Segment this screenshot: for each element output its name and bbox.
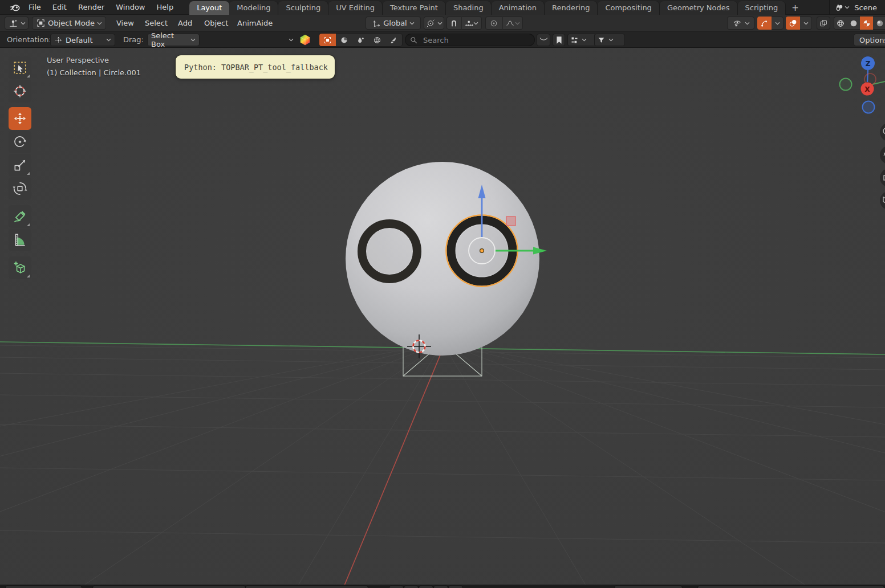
menu-edit[interactable]: Edit [47, 0, 72, 15]
menu-animaide[interactable]: AnimAide [233, 15, 277, 31]
snap-toggle[interactable] [446, 17, 461, 30]
statusbar-button[interactable] [615, 586, 682, 588]
tool-move[interactable] [9, 107, 31, 130]
statusbar-button[interactable] [246, 586, 368, 588]
tool-measure[interactable] [9, 228, 31, 251]
menu-view[interactable]: View [112, 15, 139, 31]
axis-navigation-gizmo[interactable]: Z X [805, 48, 885, 122]
menu-help[interactable]: Help [151, 0, 180, 15]
scene-selector[interactable]: Scene [829, 0, 885, 15]
tool-scale[interactable] [9, 154, 31, 177]
playback-button[interactable] [419, 586, 433, 588]
tab-uv-editing[interactable]: UV Editing [328, 1, 383, 15]
filter-matcap-toggle[interactable] [336, 34, 352, 46]
chevron-down-icon [437, 22, 442, 25]
playback-button[interactable] [404, 586, 418, 588]
tooltip-text: Python: TOPBAR_PT_tool_fallback [184, 63, 328, 72]
proportional-edit-toggle[interactable] [485, 17, 502, 30]
gizmos-dropdown[interactable] [772, 17, 783, 30]
tool-add-cube[interactable] [9, 256, 31, 279]
tab-scripting[interactable]: Scripting [738, 1, 786, 15]
display-mode-dropdown[interactable] [567, 34, 597, 46]
filter-object-toggle[interactable] [319, 34, 336, 46]
tab-sculpting[interactable]: Sculpting [278, 1, 328, 15]
menu-select[interactable]: Select [140, 15, 172, 31]
tool-transform[interactable] [9, 177, 31, 200]
show-gizmos-toggle[interactable] [757, 17, 772, 30]
viewport-3d[interactable]: User Perspective (1) Collection | Circle… [0, 48, 885, 585]
filter-world-toggle[interactable] [369, 34, 385, 46]
filter-dropdown[interactable] [594, 34, 625, 46]
bookmark-button[interactable] [553, 34, 565, 46]
chevron-down-icon [582, 38, 587, 42]
falloff-dropdown[interactable] [502, 17, 523, 30]
magnet-icon [449, 19, 458, 28]
tab-rendering[interactable]: Rendering [545, 1, 598, 15]
pivot-point-dropdown[interactable] [424, 17, 444, 30]
tab-texture-paint[interactable]: Texture Paint [383, 1, 446, 15]
menu-add[interactable]: Add [173, 15, 197, 31]
proportional-circle-icon [489, 19, 498, 28]
object-visibility-dropdown[interactable] [727, 17, 754, 30]
snap-with-dropdown[interactable] [461, 17, 482, 30]
menu-window[interactable]: Window [110, 0, 151, 15]
shading-mode-group [834, 17, 885, 30]
show-overlays-toggle[interactable] [786, 17, 800, 30]
funnel-icon [597, 36, 606, 44]
shading-rendered-button[interactable] [873, 17, 885, 30]
playback-button[interactable] [389, 586, 403, 588]
add-cube-icon [13, 260, 27, 275]
gizmo-plane-handle-x[interactable] [506, 217, 515, 226]
tab-layout[interactable]: Layout [189, 1, 229, 15]
menu-render[interactable]: Render [72, 0, 110, 15]
menu-file[interactable]: File [23, 0, 47, 15]
filter-material-toggle[interactable] [352, 34, 369, 46]
xray-toggle[interactable] [817, 17, 830, 30]
tool-annotate[interactable] [9, 205, 31, 228]
tool-rotate[interactable] [9, 130, 31, 153]
orientation-default-dropdown[interactable]: Default [50, 34, 115, 46]
tab-modeling[interactable]: Modeling [229, 1, 278, 15]
shading-wireframe-button[interactable] [834, 17, 847, 30]
axis-ball-z[interactable]: Z [861, 56, 875, 70]
statusbar-button[interactable] [6, 586, 82, 588]
view-name-overlay: User Perspective [47, 56, 109, 64]
blender-logo-icon[interactable] [9, 2, 21, 13]
tool-cursor[interactable] [9, 80, 31, 103]
options-button[interactable]: Options [854, 34, 885, 46]
tool-settings-bar: Orientation: Default Drag: Select Box [0, 32, 885, 48]
axis-ball-neg-y[interactable] [840, 79, 852, 91]
falloff-curve-button[interactable] [537, 34, 550, 46]
drag-mode-dropdown[interactable]: Select Box [147, 34, 200, 46]
frame-field[interactable] [698, 586, 884, 588]
filter-brush-toggle[interactable] [385, 34, 402, 46]
playback-button[interactable] [434, 586, 448, 588]
tab-geometry-nodes[interactable]: Geometry Nodes [660, 1, 738, 15]
axis-ball-x[interactable]: X [861, 83, 874, 96]
xray-icon [819, 19, 828, 28]
editor-type-button[interactable] [5, 17, 29, 30]
chevron-down-icon [97, 22, 102, 25]
add-workspace-button[interactable]: + [786, 1, 805, 15]
filter-toggle-group [319, 34, 402, 46]
menu-object[interactable]: Object [200, 15, 233, 31]
search-field[interactable] [405, 34, 535, 46]
tab-compositing[interactable]: Compositing [598, 1, 660, 15]
tool-select-box[interactable] [9, 56, 31, 79]
playback-button[interactable] [449, 586, 462, 588]
statusbar-button[interactable] [93, 586, 245, 588]
search-input[interactable] [422, 35, 521, 45]
axis-ball-neg-z[interactable] [863, 101, 875, 113]
mode-dropdown[interactable]: Object Mode [32, 17, 106, 30]
proportional-edit-group [485, 17, 523, 30]
overlays-dropdown[interactable] [800, 17, 812, 30]
tab-animation[interactable]: Animation [492, 1, 545, 15]
shading-solid-button[interactable] [847, 17, 860, 30]
collapse-chevron-icon[interactable] [289, 38, 294, 42]
shading-material-button[interactable] [860, 17, 873, 30]
asset-color-cube-icon[interactable] [299, 34, 311, 46]
axis-z-label: Z [866, 60, 871, 68]
tab-shading[interactable]: Shading [446, 1, 492, 15]
scene-canvas[interactable] [0, 48, 885, 585]
transform-orientation-dropdown[interactable]: Global [366, 17, 421, 30]
